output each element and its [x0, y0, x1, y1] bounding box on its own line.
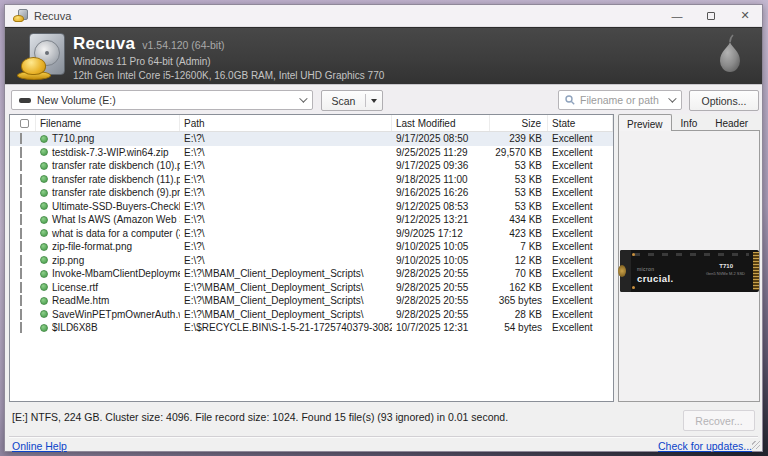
- file-name: transfer rate diskbench (10).png: [52, 160, 180, 171]
- column-header-filename[interactable]: Filename: [36, 115, 180, 131]
- row-checkbox[interactable]: [20, 282, 22, 293]
- row-checkbox[interactable]: [20, 309, 22, 320]
- table-row[interactable]: transfer rate diskbench (9).png E:\?\ 9/…: [10, 186, 613, 200]
- row-checkbox[interactable]: [20, 160, 22, 171]
- scan-dropdown-button[interactable]: [366, 99, 382, 103]
- resize-grip[interactable]: [752, 441, 760, 449]
- os-info: Windows 11 Pro 64-bit (Admin): [73, 56, 384, 68]
- window-title: Recuva: [34, 10, 71, 22]
- file-modified: 9/10/2025 10:05: [392, 241, 490, 252]
- file-name: transfer rate diskbench (9).png: [52, 187, 180, 198]
- hardware-info: 12th Gen Intel Core i5-12600K, 16.0GB RA…: [73, 70, 384, 82]
- file-size: 53 KB: [490, 160, 548, 171]
- table-row[interactable]: zip.png E:\?\ 9/10/2025 10:05 12 KB Exce…: [10, 254, 613, 268]
- search-input[interactable]: Filename or path: [558, 90, 682, 110]
- row-checkbox[interactable]: [20, 201, 22, 212]
- scan-split-button: Scan: [321, 90, 383, 111]
- table-row[interactable]: License.rtf E:\?\MBAM_Client_Deployment_…: [10, 281, 613, 295]
- pear-icon: [714, 33, 746, 79]
- state-excellent-icon: [40, 229, 48, 237]
- search-icon: [565, 95, 575, 105]
- online-help-link[interactable]: Online Help: [12, 440, 67, 452]
- check-updates-link[interactable]: Check for updates...: [658, 440, 752, 452]
- state-excellent-icon: [40, 175, 48, 183]
- file-name: $ILD6X8B: [52, 322, 98, 333]
- column-header-modified[interactable]: Last Modified: [392, 115, 490, 131]
- column-header-size[interactable]: Size: [490, 115, 548, 131]
- file-name: Invoke-MbamClientDeploymen...: [52, 268, 180, 279]
- chevron-down-icon: [299, 94, 307, 102]
- state-excellent-icon: [40, 243, 48, 251]
- row-checkbox[interactable]: [20, 187, 22, 198]
- file-size: 12 KB: [490, 255, 548, 266]
- chevron-down-icon: [668, 94, 676, 102]
- options-button[interactable]: Options...: [689, 90, 759, 111]
- file-size: 365 bytes: [490, 295, 548, 306]
- file-path: E:\?\MBAM_Client_Deployment_Scripts\: [180, 295, 392, 306]
- table-row[interactable]: transfer rate diskbench (10).png E:\?\ 9…: [10, 159, 613, 173]
- file-state: Excellent: [548, 174, 613, 185]
- file-size: 53 KB: [490, 187, 548, 198]
- preview-image-ssd: microncrucial. T710 Gen5 NVMe M.2 SSD: [620, 250, 759, 292]
- table-row[interactable]: $ILD6X8B E:\$RECYCLE.BIN\S-1-5-21-172574…: [10, 321, 613, 335]
- file-state: Excellent: [548, 295, 613, 306]
- column-header-path[interactable]: Path: [180, 115, 392, 131]
- close-button[interactable]: ✕: [728, 5, 762, 26]
- preview-panel: Preview Info Header microncrucial. T710 …: [618, 114, 760, 402]
- table-row[interactable]: what is data for a computer (3).... E:\?…: [10, 227, 613, 241]
- table-row[interactable]: Invoke-MbamClientDeploymen... E:\?\MBAM_…: [10, 267, 613, 281]
- row-checkbox[interactable]: [20, 147, 22, 158]
- file-path: E:\?\: [180, 133, 392, 144]
- row-checkbox[interactable]: [20, 322, 22, 333]
- row-checkbox[interactable]: [20, 255, 22, 266]
- state-excellent-icon: [40, 135, 48, 143]
- file-modified: 9/12/2025 13:21: [392, 214, 490, 225]
- select-all-checkbox[interactable]: [20, 119, 29, 128]
- file-modified: 9/12/2025 08:53: [392, 201, 490, 212]
- tab-info[interactable]: Info: [672, 114, 707, 131]
- tab-header[interactable]: Header: [706, 114, 757, 131]
- file-name: License.rtf: [52, 282, 98, 293]
- row-checkbox[interactable]: [20, 241, 22, 252]
- column-header-state[interactable]: State: [548, 115, 613, 131]
- row-checkbox[interactable]: [20, 268, 22, 279]
- state-excellent-icon: [40, 162, 48, 170]
- table-row[interactable]: zip-file-format.png E:\?\ 9/10/2025 10:0…: [10, 240, 613, 254]
- recover-button[interactable]: Recover...: [683, 410, 755, 431]
- row-checkbox[interactable]: [20, 174, 22, 185]
- table-row[interactable]: SaveWinPETpmOwnerAuth.wsf E:\?\MBAM_Clie…: [10, 308, 613, 322]
- row-checkbox[interactable]: [20, 214, 22, 225]
- file-size: 239 KB: [490, 133, 548, 144]
- row-checkbox[interactable]: [20, 295, 22, 306]
- table-row[interactable]: What Is AWS (Amazon Web Ser... E:\?\ 9/1…: [10, 213, 613, 227]
- table-row[interactable]: testdisk-7.3-WIP.win64.zip E:\?\ 9/25/20…: [10, 146, 613, 160]
- file-path: E:\?\MBAM_Client_Deployment_Scripts\: [180, 309, 392, 320]
- maximize-button[interactable]: [694, 5, 728, 26]
- tab-preview[interactable]: Preview: [618, 114, 672, 131]
- minimize-button[interactable]: —: [660, 5, 694, 26]
- table-row[interactable]: transfer rate diskbench (11).png E:\?\ 9…: [10, 173, 613, 187]
- recuva-logo-icon: [17, 33, 65, 81]
- file-name: zip.png: [52, 255, 84, 266]
- file-state: Excellent: [548, 268, 613, 279]
- file-name: ReadMe.htm: [52, 295, 109, 306]
- file-state: Excellent: [548, 147, 613, 158]
- scan-button[interactable]: Scan: [322, 95, 365, 107]
- file-modified: 9/16/2025 16:26: [392, 187, 490, 198]
- file-path: E:\?\: [180, 228, 392, 239]
- footer: Online Help Check for updates...: [5, 438, 762, 452]
- file-name: Ultimate-SSD-Buyers-Checklist...: [52, 201, 180, 212]
- file-path: E:\?\: [180, 255, 392, 266]
- table-row[interactable]: T710.png E:\?\ 9/17/2025 08:50 239 KB Ex…: [10, 132, 613, 146]
- row-checkbox[interactable]: [20, 228, 22, 239]
- table-body: T710.png E:\?\ 9/17/2025 08:50 239 KB Ex…: [10, 132, 613, 335]
- recuva-window: Recuva — ✕ Recuva v1.54.120 (64-bit) Win…: [4, 4, 763, 452]
- table-row[interactable]: ReadMe.htm E:\?\MBAM_Client_Deployment_S…: [10, 294, 613, 308]
- row-checkbox[interactable]: [20, 133, 22, 144]
- drive-select-value: New Volume (E:): [37, 94, 116, 106]
- table-row[interactable]: Ultimate-SSD-Buyers-Checklist... E:\?\ 9…: [10, 200, 613, 214]
- file-modified: 10/7/2025 12:31: [392, 322, 490, 333]
- drive-select[interactable]: New Volume (E:): [11, 90, 313, 110]
- state-excellent-icon: [40, 283, 48, 291]
- app-name: Recuva: [73, 34, 135, 54]
